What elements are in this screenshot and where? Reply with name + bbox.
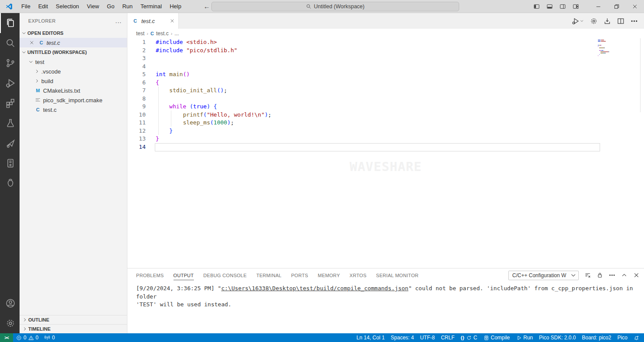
code-editor[interactable]: 1#include <stdio.h>2#include "pico/stdli… [127,38,644,268]
section-timeline[interactable]: TIMELINE [20,324,127,333]
layout-panel[interactable] [543,0,556,13]
panel-tab-serial-monitor[interactable]: SERIAL MONITOR [376,270,419,280]
line-number[interactable]: 8 [127,95,146,103]
activity-explorer[interactable] [0,13,20,33]
activity-dev-board[interactable] [0,153,20,173]
code-line-7[interactable]: 7 stdio_init_all(); [127,87,644,95]
tree-item-pico-sdk-import-cmake[interactable]: pico_sdk_import.cmake [20,95,127,105]
line-number[interactable]: 11 [127,119,146,127]
workspace-header[interactable]: UNTITLED (WORKSPACE) [20,47,127,57]
breadcrumb-segment[interactable]: ... [174,30,179,37]
panel-tab-output[interactable]: OUTPUT [174,270,194,280]
status-compile[interactable]: Compile [480,333,513,342]
lock-button[interactable] [597,272,603,278]
activity-pico-project[interactable] [0,133,20,153]
panel-tab-terminal[interactable]: TERMINAL [256,270,281,280]
code-line-9[interactable]: 9 while (true) { [127,103,644,111]
code-line-5[interactable]: 5int main() [127,70,644,79]
status-run[interactable]: Run [513,333,536,342]
problems-status[interactable]: 00 [13,333,41,342]
activity-source-control[interactable] [0,53,20,73]
line-number[interactable]: 9 [127,103,146,111]
activity-search[interactable] [0,33,20,53]
menu-item-terminal[interactable]: Terminal [137,0,166,13]
activity-testing[interactable] [0,113,20,133]
tree-item-test-c[interactable]: Ctest.c [20,105,127,114]
code-line-12[interactable]: 12 } [127,127,644,135]
line-number[interactable]: 13 [127,135,146,143]
code-line-10[interactable]: 10 printf("Hello, world!\n"); [127,111,644,119]
section-outline[interactable]: OUTLINE [20,315,127,324]
open-editors-header[interactable]: OPEN EDITORS [20,28,127,38]
status-indentation[interactable]: Spaces: 4 [388,333,417,342]
menu-item-selection[interactable]: Selection [52,0,83,13]
layout-sidebar-left[interactable] [530,0,543,13]
split-button[interactable] [617,17,624,25]
code-line-8[interactable]: 8 [127,95,644,103]
activity-run-and-debug[interactable] [0,73,20,93]
tree-item-cmakelists-txt[interactable]: MCMakeLists.txt [20,86,127,95]
panel-tab-xrtos[interactable]: XRTOS [350,270,367,280]
activity-extensions[interactable] [0,93,20,113]
status-pico[interactable]: Pico [614,333,631,342]
code-line-3[interactable]: 3 [127,54,644,63]
close-icon[interactable] [29,40,34,45]
menu-item-file[interactable]: File [17,0,34,13]
line-number[interactable]: 10 [127,111,146,119]
line-number[interactable]: 2 [127,47,146,55]
command-center-search[interactable]: Untitled (Workspace) [211,2,459,11]
tab-close-icon[interactable] [170,18,175,23]
code-line-13[interactable]: 13} [127,135,644,143]
status-board[interactable]: Board: pico2 [579,333,614,342]
menu-item-help[interactable]: Help [166,0,185,13]
panel-tab-debug-console[interactable]: DEBUG CONSOLE [204,270,247,280]
menu-item-go[interactable]: Go [103,0,118,13]
minimize-button[interactable] [589,0,607,13]
menu-item-edit[interactable]: Edit [34,0,52,13]
status-language-status[interactable]: {}C [457,333,480,342]
status-cursor-position[interactable]: Ln 14, Col 1 [354,333,388,342]
minimap[interactable] [598,40,622,58]
more-button[interactable] [631,17,638,25]
line-number[interactable]: 4 [127,63,146,71]
restore-button[interactable] [607,0,626,13]
code-line-2[interactable]: 2#include "pico/stdlib.h" [127,47,644,55]
code-line-6[interactable]: 6{ [127,79,644,87]
close-button[interactable] [626,0,644,13]
panel-close-button[interactable] [633,272,640,278]
back-arrow-icon[interactable]: ← [204,3,210,10]
flash-button[interactable] [604,17,611,25]
layout-grid[interactable] [569,0,582,13]
activity-settings[interactable] [0,313,20,333]
menu-item-run[interactable]: Run [118,0,137,13]
breadcrumb-segment[interactable]: test.c [156,30,169,37]
ports-count-status[interactable]: 0 [41,333,58,342]
menu-item-view[interactable]: View [83,0,103,13]
chevron-up-button[interactable] [621,272,627,278]
code-line-1[interactable]: 1#include <stdio.h> [127,38,644,47]
status-notifications[interactable] [631,333,642,342]
code-line-11[interactable]: 11 sleep_ms(1000); [127,119,644,127]
line-number[interactable]: 12 [127,127,146,135]
layout-sidebar-right[interactable] [556,0,569,13]
status-eol[interactable]: CRLF [438,333,457,342]
panel-tab-problems[interactable]: PROBLEMS [136,270,164,280]
tree-item-build[interactable]: build [20,76,127,86]
more-button[interactable] [609,272,615,278]
breadcrumb-segment[interactable]: test [136,30,144,37]
line-number[interactable]: 14 [127,143,146,151]
remote-indicator[interactable]: >< [0,333,13,342]
line-number[interactable]: 3 [127,54,146,63]
cpp-configuration-dropdown[interactable]: C/C++ Configuration W [508,271,579,280]
clear-output-button[interactable] [584,272,591,278]
tab-test-c[interactable]: C test.c [127,13,179,29]
line-number[interactable]: 7 [127,87,146,95]
run-or-debug-button[interactable] [572,17,584,25]
status-pico-sdk-version[interactable]: Pico SDK: 2.0.0 [536,333,579,342]
explorer-more-actions[interactable]: ... [115,17,122,24]
panel-tab-ports[interactable]: PORTS [291,270,308,280]
output-console[interactable]: [9/20/2024, 3:36:25 PM] "c:\Users\16338\… [127,282,644,309]
line-number[interactable]: 5 [127,70,146,79]
line-number[interactable]: 6 [127,79,146,87]
code-line-4[interactable]: 4 [127,63,644,71]
